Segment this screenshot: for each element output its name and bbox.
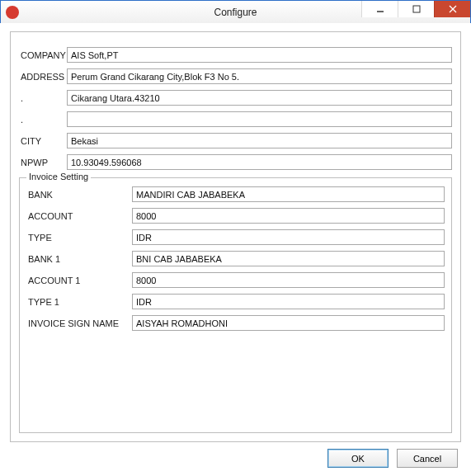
label-bank: BANK [26,190,132,200]
row-address: ADDRESS [19,68,452,84]
minimize-icon [376,5,384,13]
input-address2[interactable] [67,90,452,106]
label-bank1: BANK 1 [26,254,132,264]
input-address[interactable] [67,68,452,84]
dialog-button-row: OK Cancel [10,442,461,469]
client-area: COMPANY ADDRESS . . CITY NPWP Invoice Se… [0,23,471,476]
label-address3: . [19,115,67,125]
main-panel: COMPANY ADDRESS . . CITY NPWP Invoice Se… [10,31,461,442]
label-address: ADDRESS [19,72,67,82]
input-type[interactable] [132,229,445,245]
row-type1: TYPE 1 [26,294,445,309]
titlebar: Configure [1,1,470,24]
row-npwp: NPWP [19,154,452,170]
input-bank[interactable] [132,186,445,202]
svg-rect-1 [413,6,420,12]
maximize-button[interactable] [398,1,434,17]
label-city: CITY [19,136,67,146]
label-company: COMPANY [19,50,67,60]
input-company[interactable] [67,47,452,63]
row-company: COMPANY [19,47,452,63]
row-invoice-sign: INVOICE SIGN NAME [26,315,445,331]
input-account[interactable] [132,208,445,224]
ok-button[interactable]: OK [327,449,389,468]
label-type1: TYPE 1 [26,297,132,307]
label-type: TYPE [26,233,132,243]
row-bank1: BANK 1 [26,251,445,266]
app-icon [6,6,19,19]
label-invoice-sign: INVOICE SIGN NAME [26,318,132,328]
row-type: TYPE [26,229,445,245]
row-account1: ACCOUNT 1 [26,272,445,288]
input-bank1[interactable] [132,251,445,266]
row-bank: BANK [26,186,445,202]
close-button[interactable] [434,1,470,17]
input-address3[interactable] [67,111,452,127]
invoice-setting-group: Invoice Setting BANK ACCOUNT TYPE BANK 1… [19,177,452,433]
label-npwp: NPWP [19,158,67,167]
cancel-button[interactable]: Cancel [397,449,458,468]
row-address3: . [19,111,452,127]
maximize-icon [412,5,421,13]
input-type1[interactable] [132,294,445,309]
input-npwp[interactable] [67,154,452,170]
row-address2: . [19,90,452,106]
input-account1[interactable] [132,272,445,288]
row-account: ACCOUNT [26,208,445,224]
invoice-setting-legend: Invoice Setting [26,172,91,181]
window-controls [361,1,470,23]
label-account1: ACCOUNT 1 [26,276,132,285]
label-address2: . [19,93,67,103]
row-city: CITY [19,133,452,148]
input-city[interactable] [67,133,452,148]
minimize-button[interactable] [361,1,398,17]
label-account: ACCOUNT [26,211,132,221]
input-invoice-sign[interactable] [132,315,445,331]
close-icon [449,5,457,13]
